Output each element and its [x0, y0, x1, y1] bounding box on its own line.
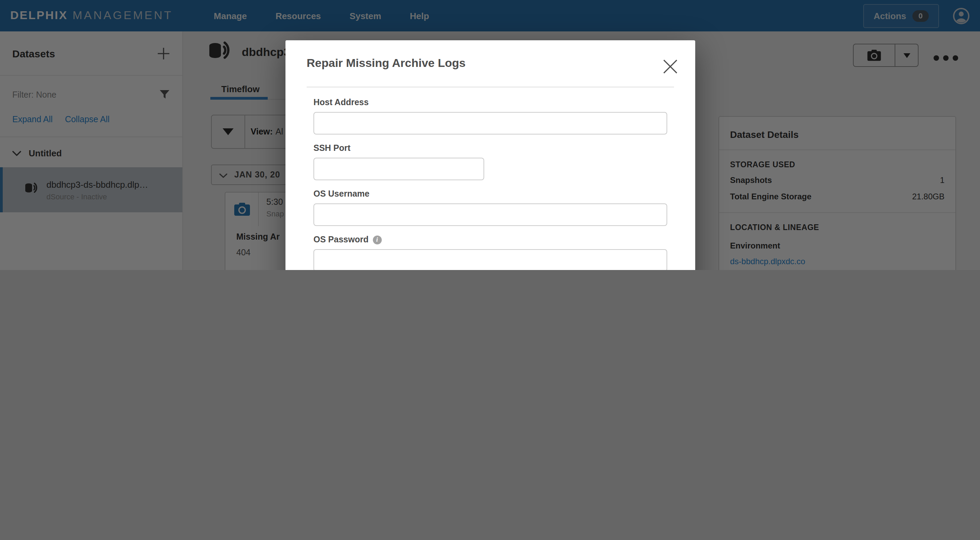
os-username-field[interactable] [313, 203, 667, 226]
os-username-group: OS Username [313, 189, 667, 226]
modal-header-divider [307, 87, 674, 87]
ssh-port-field[interactable] [313, 158, 484, 180]
host-address-group: Host Address [313, 98, 667, 135]
app-window: DELPHIX MANAGEMENT Manage Resources Syst… [0, 0, 980, 270]
os-password-group: OS Password i [313, 235, 667, 270]
host-address-label: Host Address [313, 98, 667, 107]
modal-body: Host Address SSH Port OS Username OS Pas… [313, 98, 667, 270]
info-icon[interactable]: i [372, 235, 382, 244]
ssh-port-label: SSH Port [313, 143, 667, 153]
repair-archive-logs-modal: Repair Missing Archive Logs Host Address… [285, 40, 695, 270]
close-icon[interactable] [662, 59, 678, 75]
ssh-port-group: SSH Port [313, 143, 667, 180]
os-password-field[interactable] [313, 249, 667, 270]
host-address-field[interactable] [313, 112, 667, 135]
modal-title: Repair Missing Archive Logs [307, 57, 465, 70]
os-username-label: OS Username [313, 189, 667, 199]
os-password-label: OS Password i [313, 235, 667, 245]
os-password-label-text: OS Password [313, 235, 368, 245]
